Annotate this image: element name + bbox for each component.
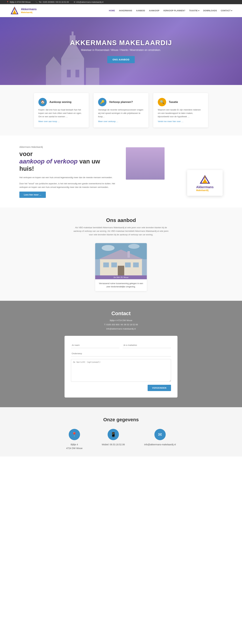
card-taxatie-header: 🔍 Taxatie xyxy=(158,98,204,106)
svg-rect-28 xyxy=(111,262,117,267)
about-image-1 xyxy=(126,147,165,180)
card-aankoop-header: 🏠 Aankoop woning xyxy=(38,98,84,106)
nav-akkermans[interactable]: AKKERMANS xyxy=(119,10,132,12)
footer-item-phone: 📱 Mobiel: 06.53.18.52.06 xyxy=(102,429,125,450)
person-svg xyxy=(129,150,161,176)
property-image xyxy=(95,243,147,276)
contact-title: Contact xyxy=(19,310,223,316)
contact-section: Contact Bijltje 4 4724 DW Wouw T: 0165-3… xyxy=(0,301,242,407)
about-heading: voor aankoop of verkoop van uw huis! xyxy=(19,150,116,172)
property-address: De Stier 29, Wouw xyxy=(95,276,147,279)
svg-rect-18 xyxy=(142,166,150,171)
svg-rect-10 xyxy=(67,70,71,77)
card-aankoop-link[interactable]: Meer over aan koop … xyxy=(38,120,84,122)
svg-point-34 xyxy=(128,244,140,249)
about-text: Akkermans Makelaardij voor aankoop of ve… xyxy=(19,145,116,198)
about-more-button[interactable]: Lees hier meer … xyxy=(19,192,46,198)
card-aankoop-icon: 🏠 xyxy=(38,98,47,106)
form-name-field xyxy=(71,342,119,348)
aanbod-section: Ons aanbod Als VBO-makelaar bemiddelt Ak… xyxy=(0,208,242,301)
svg-rect-19 xyxy=(142,166,149,171)
svg-rect-12 xyxy=(130,150,161,176)
nav-taxatie[interactable]: TAXATIE ▾ xyxy=(189,10,199,12)
logo: Akkermans Makelaardij xyxy=(10,6,37,16)
footer-item-address: 📍 Bijltje 4 4724 DW Wouw xyxy=(66,429,82,450)
svg-rect-30 xyxy=(133,262,139,267)
topbar-email: ✉ info@akkermans-makelaardij.nl xyxy=(74,1,103,3)
contact-info: Bijltje 4 4724 DW Wouw T: 0165-303 900 /… xyxy=(19,318,223,331)
svg-point-14 xyxy=(139,158,144,164)
svg-point-16 xyxy=(148,158,153,163)
card-verkoop: 🔑 Verkoop plannen? Vanwege de recente ve… xyxy=(94,93,148,128)
nav-home[interactable]: HOME xyxy=(109,10,115,12)
logo-icon xyxy=(10,6,19,16)
footer-phone-text: Mobiel: 06.53.18.52.06 xyxy=(102,443,125,446)
svg-rect-15 xyxy=(138,164,145,171)
nav-verkoop[interactable]: VERKOOP PLANNEN? xyxy=(163,10,185,12)
about-images: Akkermans Makelaardij xyxy=(126,147,223,196)
form-message-field xyxy=(71,359,171,382)
hero-content: AKKERMANS MAKELAARDIJ Makelaar in Roosen… xyxy=(70,39,172,63)
card-verkoop-link[interactable]: Meer over verkoop … xyxy=(98,120,144,122)
footer-title: Onze gegevens xyxy=(19,417,223,422)
nav-contact[interactable]: CONTACT ▾ xyxy=(221,10,232,12)
card-aankoop: 🏠 Aankoop woning Kopen: dat ene huis op … xyxy=(34,93,89,128)
form-row-3 xyxy=(71,359,171,382)
svg-rect-27 xyxy=(103,262,109,267)
svg-rect-9 xyxy=(86,68,99,85)
property-description: Verrassend ruime tussenwoning gelegen in… xyxy=(95,279,147,291)
topbar: 📍 Bijltje 4 4724 DW Wouw 📞 Tel.: 0165-30… xyxy=(0,0,242,4)
form-name-input[interactable] xyxy=(71,342,119,348)
about-logo-icon xyxy=(199,174,211,184)
nav-aanbod[interactable]: AANBOD xyxy=(136,10,145,12)
svg-rect-31 xyxy=(118,266,124,276)
card-verkoop-header: 🔑 Verkoop plannen? xyxy=(98,98,144,106)
footer-phone-icon: 📱 xyxy=(108,429,119,440)
contact-form: VERZENDEN xyxy=(64,336,178,398)
footer-email-icon: ✉ xyxy=(154,429,166,440)
hero-title: AKKERMANS MAKELAARDIJ xyxy=(70,39,172,47)
svg-rect-17 xyxy=(147,163,154,170)
card-taxatie-link[interactable]: Vertel me meer hier over … xyxy=(158,120,204,122)
svg-rect-11 xyxy=(75,70,79,77)
footer-email-text: info@akkermans-makelaardij.nl xyxy=(144,443,176,446)
svg-point-33 xyxy=(102,245,115,251)
footer: Onze gegevens 📍 Bijltje 4 4724 DW Wouw 📱… xyxy=(0,407,242,456)
form-row-2 xyxy=(71,351,171,356)
hero-subtitle: Makelaar in Roosendaal / Wouw / Heerle /… xyxy=(70,48,172,52)
card-taxatie-icon: 🔍 xyxy=(158,98,166,106)
footer-item-email: ✉ info@akkermans-makelaardij.nl xyxy=(144,429,176,450)
nav-downloads[interactable]: DOWNLOADS xyxy=(203,10,217,12)
footer-address-text: Bijltje 4 4724 DW Wouw xyxy=(66,443,82,450)
property-svg xyxy=(95,243,147,276)
form-email-input[interactable] xyxy=(123,342,171,348)
about-image-sim xyxy=(129,150,161,176)
about-logo-card: Akkermans Makelaardij xyxy=(187,170,223,196)
hero-section: AKKERMANS MAKELAARDIJ Makelaar in Roosen… xyxy=(0,17,242,85)
form-message-input[interactable] xyxy=(71,359,171,382)
phone-icon: 📞 xyxy=(35,1,38,3)
aanbod-description: Als VBO-makelaar bemiddelt Akkermans Mak… xyxy=(73,226,169,236)
svg-marker-8 xyxy=(46,56,61,66)
form-email-field xyxy=(123,342,171,348)
aanbod-title: Ons aanbod xyxy=(19,217,223,223)
svg-rect-32 xyxy=(127,251,130,258)
svg-rect-7 xyxy=(46,66,61,85)
about-section: Akkermans Makelaardij voor aankoop of ve… xyxy=(0,136,242,208)
property-card: De Stier 29, Wouw Verrassend ruime tusse… xyxy=(95,243,147,291)
email-icon: ✉ xyxy=(74,1,75,3)
form-subject-input[interactable] xyxy=(71,351,171,356)
card-verkoop-icon: 🔑 xyxy=(98,98,106,106)
topbar-address: 📍 Bijltje 4 4724 DW Wouw xyxy=(6,1,31,3)
nav-aankoop[interactable]: AANKOOP xyxy=(149,10,159,12)
topbar-phone: 📞 Tel.: 0165-303900 / 06.53.18.52.06 xyxy=(35,1,69,3)
svg-rect-13 xyxy=(132,164,158,174)
navbar: Akkermans Makelaardij HOME AKKERMANS AAN… xyxy=(0,4,242,17)
form-submit-button[interactable]: VERZENDEN xyxy=(148,385,171,391)
logo-text: Akkermans Makelaardij xyxy=(21,8,37,14)
hero-cta-button[interactable]: ONS AANBOD xyxy=(107,56,135,63)
form-subject-field xyxy=(71,351,171,356)
form-submit-area: VERZENDEN xyxy=(71,385,171,391)
cards-section: 🏠 Aankoop woning Kopen: dat ene huis op … xyxy=(0,85,242,136)
about-logo-text: Akkermans Makelaardij xyxy=(196,185,214,192)
